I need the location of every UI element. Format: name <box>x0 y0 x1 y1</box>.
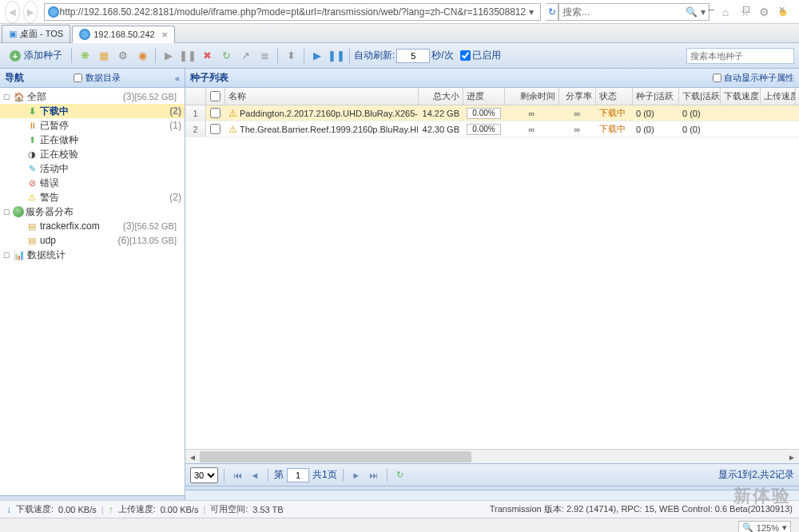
col-peers[interactable]: 下载|活跃 <box>679 88 721 105</box>
enabled-checkbox[interactable] <box>460 50 471 61</box>
start-icon[interactable]: ❋ <box>76 47 93 65</box>
col-dl-speed[interactable]: 下载速度 <box>721 88 761 105</box>
tab-close-icon[interactable]: ✕ <box>161 30 168 39</box>
table-row[interactable]: 1⚠Paddington.2.2017.2160p.UHD.BluRay.X26… <box>185 105 799 121</box>
scroll-right-icon[interactable]: ► <box>785 450 799 464</box>
row-name: ⚠The.Great.Barrier.Reef.1999.2160p.BluRa… <box>225 121 419 137</box>
data-dir-checkbox[interactable] <box>74 73 82 82</box>
info-icon[interactable]: ◉ <box>133 47 151 65</box>
remove-icon[interactable]: ✖ <box>198 47 216 65</box>
tool-icon[interactable]: ⚙ <box>114 47 132 65</box>
add-torrent-button[interactable]: + 添加种子 <box>5 47 67 65</box>
tree-node-warning[interactable]: ⚠ 警告 (2) <box>0 190 185 204</box>
tree-node-tracker[interactable]: ▤ trackerfix.com (3) [56.52 GB] <box>0 219 185 233</box>
browser-tab-transmission[interactable]: 192.168.50.242 ✕ <box>72 26 174 43</box>
col-seeds[interactable]: 种子|活跃 <box>633 88 679 105</box>
scroll-left-icon[interactable]: ◄ <box>185 450 200 464</box>
last-page-button[interactable]: ⏭ <box>367 468 381 482</box>
browser-search[interactable]: 🔍 ▾ <box>559 3 710 21</box>
pause-all-icon[interactable]: ❚❚ <box>328 47 345 65</box>
collapse-sidebar-icon[interactable]: « <box>175 73 180 83</box>
row-size: 14.22 GB <box>419 105 463 121</box>
col-checkbox[interactable] <box>206 88 225 105</box>
tree-node-stats[interactable]: ▢ 📊 数据统计 <box>0 248 185 262</box>
home-icon: 🏠 <box>13 91 26 102</box>
horizontal-scrollbar[interactable]: ◄ ► <box>185 449 799 463</box>
next-page-button[interactable]: ► <box>349 468 364 482</box>
nav-forward-button[interactable]: ► <box>23 1 38 23</box>
col-share[interactable]: 分享率 <box>559 88 596 105</box>
nav-title: 导航 <box>5 71 24 85</box>
dl-speed-label: 下载速度: <box>16 503 54 515</box>
recheck-icon[interactable]: ↻ <box>217 47 235 65</box>
properties-icon[interactable]: ≣ <box>256 47 273 65</box>
col-status[interactable]: 状态 <box>596 88 633 105</box>
play-all-icon[interactable]: ▶ <box>308 47 326 65</box>
tree-node-udp[interactable]: ▤ udp (6) [113.05 GB] <box>0 233 185 248</box>
active-icon: ✎ <box>26 163 38 174</box>
add-torrent-label: 添加种子 <box>24 49 62 62</box>
auto-show-toggle[interactable]: 自动显示种子属性 <box>713 72 794 84</box>
sidebar-splitter[interactable] <box>0 495 185 500</box>
address-bar[interactable]: http://192.168.50.242:8181/module/iframe… <box>44 3 541 21</box>
tracker-icon: ▤ <box>26 235 38 246</box>
move-up-icon[interactable]: ↗ <box>237 47 254 65</box>
window-minimize[interactable]: ─ <box>694 0 729 19</box>
pause-icon[interactable]: ❚❚ <box>179 47 197 65</box>
window-close[interactable]: ✕ <box>764 0 799 19</box>
zoom-selector[interactable]: 🔍 125% ▾ <box>738 521 791 532</box>
scroll-thumb[interactable] <box>200 451 471 463</box>
url-dropdown-icon[interactable]: ▾ <box>526 6 537 18</box>
browser-search-input[interactable] <box>562 6 682 18</box>
open-folder-icon[interactable]: ▦ <box>95 47 113 65</box>
nav-back-button[interactable]: ◄ <box>5 1 20 23</box>
refresh-button[interactable]: ↻ <box>546 3 559 21</box>
zoom-value: 125% <box>757 523 779 533</box>
col-name[interactable]: 名称 <box>225 88 419 105</box>
col-progress[interactable]: 进度 <box>463 88 505 105</box>
play-icon[interactable]: ▶ <box>160 47 177 65</box>
tree-collapse-icon[interactable]: ▢ <box>3 93 13 101</box>
limit-icon[interactable]: ⬍ <box>282 47 300 65</box>
browser-tab-tos[interactable]: ▣ 桌面 - TOS <box>2 25 70 42</box>
tree-node-servers[interactable]: ▢ 服务器分布 <box>0 204 185 219</box>
enabled-label: 已启用 <box>472 49 501 62</box>
tree-node-error[interactable]: ⊘ 错误 <box>0 176 185 190</box>
data-dir-toggle[interactable]: 数据目录 <box>74 72 121 84</box>
tree-expand-icon[interactable]: ▢ <box>3 251 13 259</box>
prev-page-button[interactable]: ◄ <box>248 468 262 482</box>
first-page-button[interactable]: ⏮ <box>230 468 244 482</box>
table-row[interactable]: 2⚠The.Great.Barrier.Reef.1999.2160p.BluR… <box>185 121 799 137</box>
window-maximize[interactable]: ☐ <box>729 0 764 19</box>
error-icon: ⊘ <box>26 177 38 189</box>
row-status: 下载中 <box>596 105 633 121</box>
row-checkbox[interactable] <box>210 108 221 118</box>
auto-show-checkbox[interactable] <box>713 73 721 82</box>
page-input[interactable] <box>287 468 309 482</box>
page-size-select[interactable]: 30 <box>190 467 218 483</box>
row-peers: 0 (0) <box>679 121 721 137</box>
tree-collapse-icon[interactable]: ▢ <box>3 208 13 216</box>
tree-node-downloading[interactable]: ⬇ 下载中 (2) <box>0 104 185 118</box>
col-ul-speed[interactable]: 上传速度 <box>761 88 796 105</box>
col-rownum[interactable] <box>185 88 206 105</box>
browser-toolbar: ◄ ► http://192.168.50.242:8181/module/if… <box>0 0 799 24</box>
torrent-grid: 名称 总大小 进度 剩余时间 分享率 状态 种子|活跃 下载|活跃 下载速度 上… <box>185 88 799 449</box>
auto-refresh-label: 自动刷新: <box>354 49 395 62</box>
tree-node-all[interactable]: ▢ 🏠 全部 (3) [56.52 GB] <box>0 89 185 104</box>
tree-node-seeding[interactable]: ⬆ 正在做种 <box>0 133 185 147</box>
tree-node-checking[interactable]: ◑ 正在校验 <box>0 147 185 161</box>
auto-refresh-input[interactable] <box>396 49 430 63</box>
tab-icon <box>79 29 90 40</box>
stats-icon: 📊 <box>13 249 26 260</box>
tree-node-paused[interactable]: ⏸ 已暂停 (1) <box>0 118 185 133</box>
local-search-input[interactable] <box>686 48 794 64</box>
col-size[interactable]: 总大小 <box>419 88 463 105</box>
col-remaining[interactable]: 剩余时间 <box>505 88 559 105</box>
dl-speed-value: 0.00 KB/s <box>58 505 97 514</box>
select-all-checkbox[interactable] <box>210 91 221 101</box>
zoom-dropdown-icon[interactable]: ▾ <box>782 522 787 532</box>
row-checkbox[interactable] <box>210 124 221 134</box>
tree-node-active[interactable]: ✎ 活动中 <box>0 161 185 176</box>
reload-button[interactable]: ↻ <box>393 468 407 482</box>
